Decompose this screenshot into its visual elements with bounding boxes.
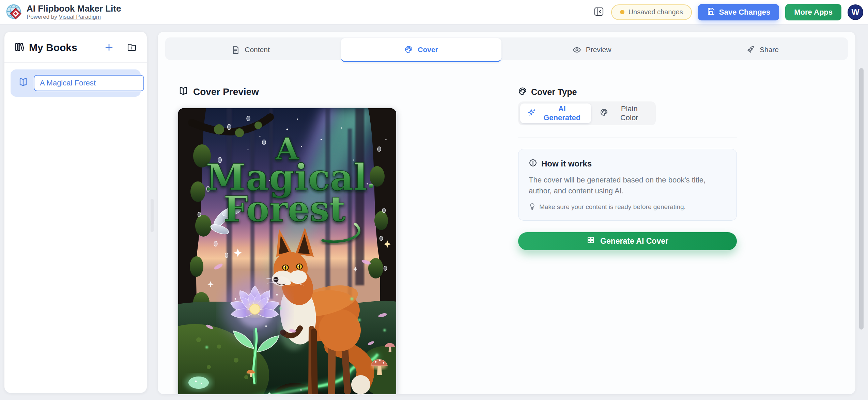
book-list-item-selected[interactable] — [11, 69, 141, 97]
visual-paradigm-link[interactable]: Visual Paradigm — [59, 14, 101, 20]
palette-icon — [518, 87, 527, 97]
rocket-icon — [746, 46, 755, 54]
cover-preview-heading: Cover Preview — [178, 86, 259, 98]
open-book-icon — [18, 77, 28, 89]
tab-preview[interactable]: Preview — [507, 38, 677, 61]
more-apps-label: More Apps — [794, 8, 833, 17]
book-title-input[interactable] — [34, 75, 144, 91]
powered-by: Powered by Visual Paradigm — [27, 14, 121, 20]
powered-by-text: Powered by — [27, 14, 57, 20]
top-header: AI Flipbook Maker Lite Powered by Visual… — [0, 0, 868, 25]
open-book-icon — [178, 86, 188, 98]
more-apps-button[interactable]: More Apps — [785, 4, 841, 20]
add-folder-button[interactable] — [127, 43, 137, 53]
collapse-panel-button[interactable] — [593, 6, 605, 18]
generate-ai-cover-button[interactable]: Generate AI Cover — [518, 232, 737, 250]
cover-type-option-plain-color[interactable]: Plain Color — [592, 103, 654, 123]
cover-type-option-ai-generated[interactable]: AI Generated — [520, 103, 591, 123]
ai-generated-label: AI Generated — [540, 105, 584, 122]
visual-paradigm-logo-icon — [5, 3, 23, 21]
grid-icon — [587, 236, 595, 246]
unsaved-dot-icon — [620, 10, 624, 14]
cover-preview-label: Cover Preview — [193, 86, 259, 97]
unsaved-changes-badge: Unsaved changes — [611, 4, 692, 20]
sidebar-resize-handle[interactable] — [151, 199, 154, 232]
app-window: AI Flipbook Maker Lite Powered by Visual… — [0, 0, 868, 400]
palette-icon — [404, 45, 413, 54]
lightbulb-icon — [529, 203, 536, 211]
eye-icon — [573, 46, 581, 54]
save-changes-button[interactable]: Save Changes — [698, 4, 779, 20]
plain-color-label: Plain Color — [612, 105, 646, 122]
how-it-works-body: The cover will be generated based on the… — [529, 175, 726, 196]
save-icon — [707, 7, 715, 17]
sidebar-divider — [4, 62, 147, 63]
info-icon — [529, 159, 537, 169]
tab-share-label: Share — [760, 46, 779, 54]
cover-preview-image: A Magical Forest — [178, 108, 396, 394]
panel-collapse-icon — [594, 6, 604, 18]
my-books-sidebar: My Books — [4, 32, 147, 393]
tab-content-label: Content — [245, 46, 270, 54]
sparkles-icon — [528, 108, 536, 119]
sidebar-title: My Books — [29, 42, 77, 53]
unsaved-changes-label: Unsaved changes — [629, 8, 683, 16]
palette-icon — [600, 108, 608, 118]
how-it-works-tip: Make sure your content is ready before g… — [539, 203, 686, 211]
how-it-works-title: How it works — [541, 159, 592, 169]
tab-cover-label: Cover — [418, 46, 438, 54]
panel-divider — [518, 138, 737, 138]
cover-type-label: Cover Type — [531, 87, 577, 97]
avatar-initial: W — [851, 7, 859, 17]
main-content-card: Content Cover — [158, 32, 855, 394]
user-avatar[interactable]: W — [848, 4, 863, 20]
add-book-button[interactable] — [105, 43, 113, 53]
vertical-scrollbar[interactable] — [859, 68, 864, 330]
library-icon — [15, 42, 24, 53]
cover-type-panel: AI Generated Plain Color — [518, 101, 737, 250]
tab-share[interactable]: Share — [677, 38, 848, 61]
plus-icon — [105, 43, 113, 53]
document-icon — [231, 46, 240, 54]
tab-content[interactable]: Content — [165, 38, 336, 61]
cover-title-line-3: Forest — [223, 189, 345, 229]
cover-type-segmented-control: AI Generated Plain Color — [518, 101, 656, 125]
folder-plus-icon — [127, 43, 137, 53]
tab-cover[interactable]: Cover — [341, 38, 501, 62]
save-changes-label: Save Changes — [719, 8, 770, 17]
how-it-works-box: How it works The cover will be generated… — [518, 149, 737, 221]
tab-preview-label: Preview — [586, 46, 611, 54]
generate-ai-cover-label: Generate AI Cover — [600, 237, 668, 246]
app-title: AI Flipbook Maker Lite — [27, 4, 121, 14]
cover-type-heading: Cover Type — [518, 87, 577, 97]
tab-bar: Content Cover — [165, 37, 848, 60]
